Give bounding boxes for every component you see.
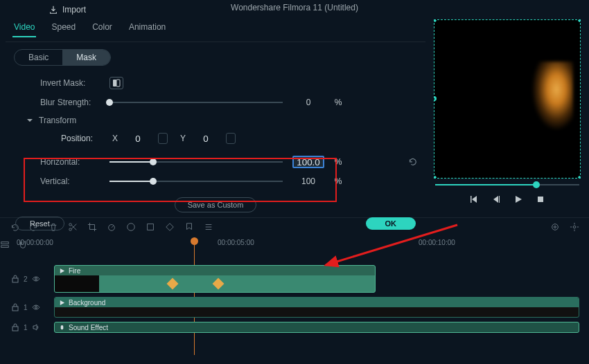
import-icon	[49, 5, 58, 15]
clip-thumbnail	[55, 275, 99, 292]
step-back-button[interactable]	[489, 192, 503, 206]
svg-rect-16	[12, 327, 18, 331]
keyframe-marker[interactable]	[167, 278, 179, 290]
clip-background[interactable]: Background	[54, 297, 579, 318]
invert-icon	[112, 79, 121, 87]
pos-x-stepper[interactable]	[158, 133, 168, 144]
play-small-icon	[59, 268, 65, 274]
eye-icon[interactable]	[32, 275, 40, 283]
svg-rect-2	[538, 197, 543, 202]
prev-frame-button[interactable]	[467, 192, 481, 206]
blur-value[interactable]: 0	[292, 98, 324, 107]
pos-y-stepper[interactable]	[226, 133, 236, 144]
undo-icon	[407, 156, 417, 166]
subtab-basic[interactable]: Basic	[15, 50, 62, 65]
tab-speed[interactable]: Speed	[50, 19, 77, 37]
tab-color[interactable]: Color	[91, 19, 114, 37]
horizontal-label: Horizontal:	[40, 157, 100, 167]
skip-back-icon	[470, 195, 478, 203]
track-layout-icon[interactable]	[0, 240, 10, 250]
preview-canvas[interactable]	[434, 19, 581, 179]
timecode-5: 00:00:05:00	[218, 239, 254, 246]
clip-fire[interactable]: Fire	[54, 265, 376, 293]
horizontal-input[interactable]	[292, 156, 324, 168]
lock-icon[interactable]	[11, 275, 19, 283]
position-label: Position:	[61, 134, 100, 143]
chevron-down-icon	[26, 117, 33, 124]
horizontal-slider[interactable]	[109, 161, 283, 163]
speaker-icon[interactable]	[32, 323, 40, 331]
lock-icon[interactable]	[11, 323, 19, 331]
lock-icon[interactable]	[11, 303, 19, 311]
settings-icon[interactable]	[570, 222, 579, 232]
svg-point-15	[35, 307, 37, 309]
play-button[interactable]	[511, 192, 525, 206]
stop-icon	[536, 195, 545, 203]
play-small-icon	[59, 300, 65, 306]
preview-scrubber[interactable]	[435, 184, 579, 185]
transform-header[interactable]: Transform	[6, 111, 425, 129]
vertical-unit: %	[334, 176, 342, 186]
vertical-label: Vertical:	[40, 176, 100, 186]
reset-horizontal[interactable]	[407, 156, 417, 168]
invert-mask-label: Invert Mask:	[40, 78, 100, 88]
pos-x-label: X	[112, 134, 118, 143]
timecode-10: 00:00:10:00	[419, 239, 455, 246]
svg-rect-10	[1, 242, 9, 244]
svg-rect-0	[113, 80, 116, 87]
svg-rect-11	[1, 246, 9, 248]
tab-video[interactable]: Video	[12, 19, 36, 37]
pos-x-input[interactable]	[123, 132, 152, 145]
pos-y-input[interactable]	[191, 132, 220, 145]
save-as-custom-button[interactable]: Save as Custom	[175, 197, 257, 212]
import-button[interactable]: Import	[49, 5, 86, 15]
eye-icon[interactable]	[32, 303, 40, 311]
zoom-fit-icon[interactable]	[550, 222, 560, 232]
app-title: Wondershare Filmora 11 (Untitled)	[231, 3, 358, 12]
svg-rect-1	[116, 80, 120, 87]
blur-label: Blur Strength:	[40, 98, 100, 107]
pos-y-label: Y	[180, 134, 186, 143]
stop-button[interactable]	[534, 192, 547, 206]
keyframe-marker[interactable]	[213, 278, 225, 290]
horizontal-unit: %	[334, 157, 342, 167]
blur-unit: %	[334, 98, 342, 107]
audio-icon	[59, 325, 65, 331]
subtab-mask[interactable]: Mask	[62, 50, 110, 65]
play-icon	[514, 195, 522, 203]
svg-rect-14	[12, 307, 18, 311]
svg-rect-12	[12, 278, 18, 282]
preview-content	[531, 62, 573, 131]
step-back-icon	[492, 195, 500, 203]
vertical-value[interactable]: 100	[292, 176, 324, 186]
reset-button[interactable]: Reset	[15, 217, 64, 230]
svg-point-9	[573, 226, 576, 228]
tab-animation[interactable]: Animation	[128, 19, 167, 37]
invert-mask-toggle[interactable]	[109, 77, 123, 89]
ok-button[interactable]: OK	[366, 217, 416, 230]
vertical-slider[interactable]	[109, 181, 283, 182]
svg-point-13	[35, 278, 37, 280]
import-label: Import	[62, 5, 86, 15]
clip-sound-effect[interactable]: Sound Effect	[54, 322, 579, 333]
timecode-0: 00:00:00:00	[17, 239, 53, 246]
blur-slider[interactable]	[109, 102, 283, 103]
